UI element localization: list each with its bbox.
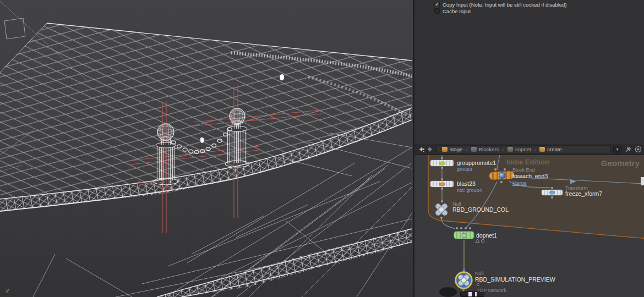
hand-cursor-2 — [200, 137, 205, 143]
right-pane: ✓ Copy Input (Note: Input will be still … — [414, 0, 644, 297]
node-rbd-simulation-preview[interactable] — [454, 270, 474, 290]
node-label: foreach_end3 — [512, 173, 548, 179]
copy-input-checkbox[interactable]: ✓ — [434, 2, 440, 7]
node-sub-label: group4 — [457, 167, 472, 172]
bollard-left — [154, 124, 178, 185]
node-label: RBD_GROUND_COL — [452, 206, 509, 213]
node-blast23[interactable] — [430, 180, 454, 188]
grouppromote-icon — [439, 161, 445, 165]
parameter-pane: ✓ Copy Input (Note: Input will be still … — [414, 0, 644, 144]
node-label: grouppromote1 — [457, 160, 496, 166]
breadcrumb-sopnet[interactable]: sopnet — [505, 146, 534, 153]
app-window: y ✓ Copy Input (Note: Input will be stil… — [0, 0, 644, 297]
node-rbd-ground-col[interactable] — [433, 201, 450, 218]
network-path-bar: stage › Blockers › sopnet › create ▾ — [414, 144, 644, 155]
create-folder-icon — [539, 147, 545, 152]
blast-icon — [439, 182, 445, 186]
node-type-label: Null — [475, 271, 484, 276]
dopnet-badges — [475, 239, 486, 243]
node-dopnet1[interactable] — [454, 231, 474, 239]
node-freeze-xform7[interactable] — [541, 189, 563, 196]
node-sub-label: not: group4 — [457, 188, 482, 193]
node-type-label: TOP Network — [477, 288, 506, 293]
hand-cursor — [280, 74, 284, 81]
link-mode-button[interactable] — [635, 146, 642, 153]
param-row-cache-input: Cache Input — [434, 8, 471, 14]
node-label: blast23 — [457, 180, 476, 187]
pin-button[interactable] — [625, 146, 631, 153]
stage-icon — [442, 147, 447, 152]
breadcrumb-blockers[interactable]: Blockers — [468, 146, 501, 153]
node-type-label: Block End — [512, 167, 535, 173]
breadcrumb: stage › Blockers › sopnet › create — [436, 145, 611, 154]
viewport-wireframe — [0, 0, 413, 297]
forward-button[interactable] — [425, 146, 434, 153]
cache-input-checkbox[interactable] — [434, 8, 440, 14]
cache-input-label: Cache Input — [443, 8, 471, 14]
transform-icon — [549, 191, 555, 195]
param-row-copy-input: ✓ Copy Input (Note: Input will be still … — [434, 1, 566, 8]
node-sub-label: Merge — [512, 180, 527, 186]
forward-arrow-icon — [427, 146, 433, 152]
chevron-separator-icon: › — [502, 146, 504, 153]
node-label: dopnet1 — [476, 232, 497, 239]
path-dropdown-button[interactable]: ▾ — [613, 146, 621, 153]
chevron-separator-icon: › — [534, 146, 537, 153]
node-grouppromote1[interactable] — [430, 160, 454, 167]
back-arrow-icon — [418, 146, 425, 152]
offscreen-node-edge — [641, 177, 644, 185]
axis-label-y: y — [6, 287, 9, 293]
viewport-3d[interactable]: y — [0, 0, 413, 297]
node-label: freeze_xform7 — [565, 190, 602, 197]
sopnet-icon — [507, 147, 513, 152]
breadcrumb-create[interactable]: create — [537, 146, 564, 153]
node-label: RBD_SIMULATION_PREVIEW — [475, 276, 555, 283]
node-foreach-end3[interactable] — [489, 170, 515, 180]
pin-icon — [625, 146, 631, 153]
dopnet-icon — [462, 233, 467, 238]
network-editor[interactable]: Indie Edition Geometry grouppromote1 gro… — [414, 155, 644, 297]
copy-input-label: Copy Input (Note: Input will be still co… — [443, 2, 566, 8]
shadow-node — [439, 287, 457, 297]
blockers-icon — [471, 147, 477, 152]
breadcrumb-stage[interactable]: stage — [439, 146, 465, 153]
foreach-sphere-icon — [498, 172, 505, 179]
chevron-separator-icon: › — [466, 146, 468, 153]
back-button[interactable] — [417, 146, 425, 153]
node-flag-badge[interactable] — [477, 283, 479, 286]
target-icon — [635, 146, 642, 153]
